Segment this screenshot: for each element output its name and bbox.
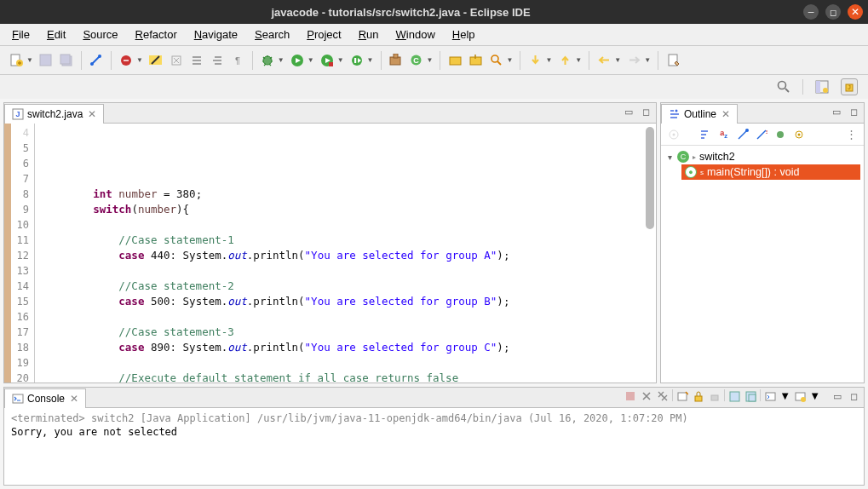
- show-console-button[interactable]: [744, 389, 757, 403]
- link-editor-button[interactable]: [87, 51, 106, 70]
- coverage-button[interactable]: [318, 51, 336, 70]
- word-wrap-button[interactable]: [708, 389, 721, 403]
- view-menu-icon[interactable]: ⋮: [843, 127, 859, 142]
- open-type-button[interactable]: [445, 51, 464, 70]
- clear-console-button[interactable]: [675, 389, 689, 403]
- search-button[interactable]: [486, 51, 505, 70]
- code-line-5[interactable]: int number = 380;: [42, 187, 649, 202]
- remove-all-button[interactable]: [656, 389, 670, 403]
- new-button[interactable]: [7, 51, 26, 70]
- outline-tab[interactable]: Outline ✕: [661, 104, 738, 124]
- highlight-button[interactable]: [147, 51, 165, 70]
- open-console-button[interactable]: [793, 389, 807, 403]
- forward-button[interactable]: [624, 51, 643, 70]
- line-number-gutter[interactable]: 456789101112131415161718192021: [11, 124, 35, 383]
- vertical-scrollbar[interactable]: [646, 127, 654, 229]
- window-close-button[interactable]: ✕: [848, 4, 863, 20]
- indent-button[interactable]: [208, 51, 227, 70]
- sort-button[interactable]: [698, 127, 713, 142]
- code-line-4[interactable]: [42, 171, 649, 187]
- menu-run[interactable]: Run: [350, 26, 388, 43]
- java-perspective-button[interactable]: J: [841, 78, 858, 95]
- format-button[interactable]: [187, 51, 206, 70]
- display-selected-console-button[interactable]: [763, 389, 777, 403]
- console-maximize-button[interactable]: ◻: [847, 389, 860, 403]
- breakpoint-ruler[interactable]: [4, 124, 11, 383]
- menu-search[interactable]: Search: [246, 26, 298, 43]
- whitespace-button[interactable]: ¶: [228, 51, 247, 70]
- save-button[interactable]: [37, 51, 55, 70]
- code-line-12[interactable]: case 500: System.out.println("You are se…: [42, 294, 649, 309]
- run-button[interactable]: [288, 51, 307, 70]
- console-tab[interactable]: Console ✕: [4, 388, 86, 408]
- scroll-lock-button[interactable]: [692, 389, 705, 403]
- save-all-button[interactable]: [57, 51, 76, 70]
- outline-class-node[interactable]: ▾ C ▸ switch2: [664, 149, 860, 164]
- hide-nonpublic-button[interactable]: [773, 127, 788, 142]
- search-dropdown[interactable]: ▼: [506, 56, 513, 64]
- pin-editor-button[interactable]: [664, 51, 682, 70]
- remove-launch-button[interactable]: [640, 389, 653, 403]
- run-last-button[interactable]: [348, 51, 366, 70]
- coverage-dropdown[interactable]: ▼: [337, 56, 344, 64]
- open-perspective-button[interactable]: [813, 78, 831, 95]
- debug-dropdown[interactable]: ▼: [278, 56, 285, 64]
- editor-tab-close-icon[interactable]: ✕: [88, 108, 96, 120]
- block-comment-button[interactable]: [167, 51, 186, 70]
- new-java-class-button[interactable]: C: [407, 51, 426, 70]
- back-button[interactable]: [595, 51, 613, 70]
- quick-search-icon[interactable]: [775, 78, 792, 95]
- window-minimize-button[interactable]: –: [803, 4, 819, 20]
- menu-project[interactable]: Project: [298, 26, 349, 43]
- terminate-button[interactable]: [624, 389, 637, 403]
- outline-tab-close-icon[interactable]: ✕: [721, 108, 730, 120]
- menu-file[interactable]: File: [3, 26, 38, 43]
- editor-minimize-button[interactable]: ▭: [622, 105, 635, 118]
- code-editor[interactable]: int number = 380; switch(number){ //Case…: [35, 124, 656, 383]
- collapse-icon[interactable]: ▾: [668, 152, 672, 162]
- menu-navigate[interactable]: Navigate: [186, 26, 246, 43]
- code-line-7[interactable]: [42, 217, 649, 233]
- hide-local-button[interactable]: [791, 127, 807, 142]
- outline-maximize-button[interactable]: ◻: [847, 105, 860, 118]
- run-last-dropdown[interactable]: ▼: [367, 56, 374, 64]
- code-line-14[interactable]: //Case statement-3: [42, 325, 649, 340]
- next-annotation-button[interactable]: [526, 51, 544, 70]
- menu-refactor[interactable]: Refactor: [127, 26, 186, 43]
- console-output[interactable]: <terminated> switch2 [Java Application] …: [4, 408, 864, 485]
- outline-minimize-button[interactable]: ▭: [830, 105, 843, 118]
- debug-button[interactable]: [258, 51, 277, 70]
- run-dropdown[interactable]: ▼: [308, 56, 314, 64]
- outline-method-node[interactable]: ● s main(String[]) : void: [681, 164, 860, 180]
- console-tab-close-icon[interactable]: ✕: [70, 393, 78, 405]
- code-line-11[interactable]: //Case statement-2: [42, 279, 649, 294]
- editor-maximize-button[interactable]: ◻: [639, 105, 652, 118]
- code-line-15[interactable]: case 890: System.out.println("You are se…: [42, 340, 649, 355]
- console-minimize-button[interactable]: ▭: [831, 389, 844, 403]
- menu-edit[interactable]: Edit: [38, 26, 74, 43]
- editor-tab-switch2[interactable]: J switch2.java ✕: [4, 104, 104, 124]
- focus-on-active-button[interactable]: [666, 127, 681, 142]
- sort-alpha-button[interactable]: az: [716, 127, 732, 142]
- pin-console-button[interactable]: [727, 389, 741, 403]
- code-line-10[interactable]: [42, 263, 649, 279]
- hide-static-button[interactable]: s: [754, 127, 769, 142]
- new-java-package-button[interactable]: [387, 51, 405, 70]
- prev-annotation-button[interactable]: [555, 51, 574, 70]
- new-class-dropdown[interactable]: ▼: [427, 56, 434, 64]
- code-line-17[interactable]: //Execute default statement if all case …: [42, 371, 649, 383]
- menu-window[interactable]: Window: [388, 26, 444, 43]
- menu-help[interactable]: Help: [444, 26, 484, 43]
- code-line-13[interactable]: [42, 309, 649, 325]
- open-task-button[interactable]: [466, 51, 485, 70]
- code-line-6[interactable]: switch(number){: [42, 202, 649, 217]
- menu-source[interactable]: Source: [74, 26, 126, 43]
- outline-tree[interactable]: ▾ C ▸ switch2 ● s main(String[]) : void: [661, 146, 864, 383]
- code-line-9[interactable]: case 440: System.out.println("You are se…: [42, 248, 649, 263]
- hide-fields-button[interactable]: [735, 127, 750, 142]
- debug-pointer-button[interactable]: [117, 51, 135, 70]
- window-maximize-button[interactable]: ◻: [825, 4, 841, 20]
- code-line-8[interactable]: //Case statement-1: [42, 233, 649, 248]
- new-dropdown[interactable]: ▼: [26, 56, 33, 64]
- debug-pointer-dropdown[interactable]: ▼: [136, 56, 143, 64]
